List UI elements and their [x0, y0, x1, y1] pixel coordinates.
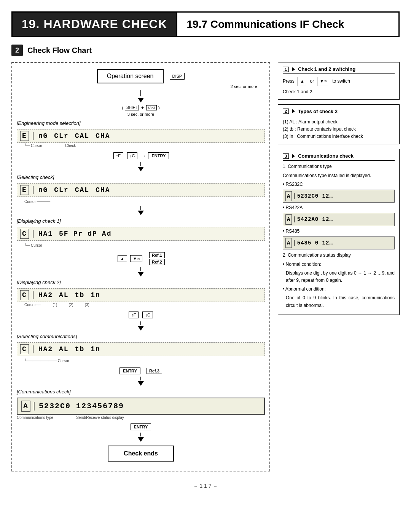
ref2-box: 2 Types of check 2 (1) AL : Alarm output…: [278, 104, 400, 145]
cursor5: └─────────── Cursor: [24, 359, 69, 363]
displaying-check2: [Displaying check 2]: [17, 280, 61, 285]
header-left: 19. HARDWARE CHECK: [13, 13, 176, 36]
disp-button: DISP: [170, 73, 185, 80]
ref3-rs232c-display: A │ 5232C0 12…: [283, 190, 395, 203]
cursor1: └─ Cursor: [24, 144, 42, 148]
ref3-status-title: 2. Communications status display: [283, 252, 395, 259]
section-title-text: Check Flow Chart: [27, 46, 92, 55]
section-title: 2 Check Flow Chart: [11, 45, 400, 56]
entry-btn2: ENTRY: [119, 367, 140, 374]
screen5: C │ HA2 AL tb in: [17, 342, 265, 356]
ref3-rs485-display: A │ 5485 0 12…: [283, 236, 395, 249]
ref3-badge: Ref.3: [147, 368, 162, 374]
ref3-rs422a-display: A │ 5422A0 12…: [283, 213, 395, 226]
ref3-abnormal-desc: One of 0 to 9 blinks. In this case, comm…: [286, 294, 395, 309]
ref3-rs232c-label: • RS232C: [283, 181, 395, 188]
ref-panel: 1 Check 1 and 2 switching Press ▲ or ▼% …: [278, 62, 400, 471]
ref2-title: 2 Types of check 2: [283, 109, 395, 116]
ref1-content: Press ▲ or ▼% to switch Check 1 and 2.: [283, 76, 395, 96]
check-ends-box: Check ends: [108, 446, 174, 462]
ref1-badge: Ref.1: [149, 252, 165, 258]
screen1: E │ nG CLr CAL CHA: [17, 129, 265, 143]
up-key: ▲: [118, 255, 127, 262]
ref2-item1: (1) AL : Alarm output check: [283, 118, 395, 126]
c-key2: ↓C: [142, 312, 153, 318]
ref2-item2: (2) tb : Remote contacts input check: [283, 126, 395, 133]
shift-key: SHIFT: [125, 105, 139, 110]
entry-btn3: ENTRY: [131, 423, 151, 430]
ref3-box: 3 Communications check 1. Communications…: [278, 149, 400, 315]
ref1-box: 1 Check 1 and 2 switching Press ▲ or ▼% …: [278, 62, 400, 100]
ref3-normal: • Normal condition:: [283, 261, 395, 268]
header-right: 19.7 Communications IF Check: [176, 13, 353, 36]
ref2-item3: (3) in : Communications interface check: [283, 133, 395, 140]
ref2-content: (1) AL : Alarm output check (2) tb : Rem…: [283, 118, 395, 141]
ref3-content: 1. Communications type Communications ty…: [283, 163, 395, 309]
comm-check: [Communications check]: [17, 389, 71, 395]
f-key2: ↑F: [129, 312, 139, 318]
screen2: E │ nG CLr CAL CHA: [17, 183, 265, 197]
ref1-pct-btn: ▼%: [317, 77, 329, 86]
screen3: C │ HA1 5F Pr dP Ad: [17, 227, 265, 241]
footer-text: － 1 1 7 －: [193, 483, 218, 489]
page-footer: － 1 1 7 －: [0, 483, 411, 490]
c-key: ↓C: [127, 152, 137, 159]
ref1-check12: Check 1 and 2.: [283, 88, 395, 96]
comm-type-label: Communications type: [17, 415, 53, 420]
ref1-or: or: [310, 78, 314, 85]
ref3-rs422a-label: • RS422A: [283, 204, 395, 211]
eng-mode-label: [Engineering mode selection]: [17, 120, 81, 126]
screen4: C │ HA2 AL tb in: [17, 288, 265, 302]
cursor4: Cursor──: [24, 303, 41, 307]
send-recv-label: Send/Receive status display: [76, 415, 124, 420]
dn-key: ▼%: [130, 255, 142, 262]
ref3-normal-desc: Displays one digit by one digit as 0 → 1…: [286, 270, 395, 284]
ref3-rs485-label: • RS485: [283, 228, 395, 235]
main-content: Operation screen DISP 2 sec. or more ( S…: [11, 62, 400, 471]
ref3-comm-type-title: 1. Communications type: [283, 163, 395, 170]
f-key: ↑F: [113, 152, 123, 159]
entry-btn1: ENTRY: [148, 152, 169, 159]
ref3-title: 3 Communications check: [283, 153, 395, 161]
arrow4: [138, 272, 144, 276]
ref2-title-text: Types of check 2: [298, 109, 338, 114]
ref1-up-btn: ▲: [298, 77, 307, 86]
ref1-num: 1: [283, 67, 289, 72]
ref1-title: 1 Check 1 and 2 switching: [283, 66, 395, 74]
section-num: 2: [11, 45, 23, 56]
page-header: 19. HARDWARE CHECK 19.7 Communications I…: [11, 11, 400, 37]
ref3-comm-desc: Communications type installed is display…: [283, 172, 395, 179]
shift-combo: ( SHIFT + 6A~Z ): [122, 105, 159, 110]
ref3-num: 3: [283, 153, 289, 159]
selecting-comm: [Selecting communications]: [17, 334, 77, 339]
arrow6: [138, 381, 144, 386]
arrow3: [138, 211, 144, 215]
cursor3: └─ Cursor: [24, 243, 42, 248]
ref2-badge: Ref.2: [149, 259, 165, 265]
ref2-num: 2: [283, 109, 289, 114]
arrow2: [138, 167, 144, 171]
az-key: 6A~Z: [146, 105, 157, 110]
check-label: Check: [65, 144, 76, 148]
operation-screen-box: Operation screen: [97, 69, 164, 83]
flow-panel: Operation screen DISP 2 sec. or more ( S…: [11, 62, 270, 471]
selecting-check: [Selecting check]: [17, 174, 54, 180]
sec3-note: 3 sec. or more: [127, 112, 154, 117]
ref1-press: Press: [283, 78, 295, 85]
ref3-title-text: Communications check: [298, 153, 354, 159]
ref1-title-text: Check 1 and 2 switching: [298, 66, 355, 72]
arrow5: [138, 326, 144, 331]
displaying-check1: [Displaying check 1]: [17, 218, 61, 224]
arrow1: [138, 98, 144, 102]
ref3-abnormal: • Abnormal condition:: [283, 286, 395, 293]
ref1-to-switch: to switch: [332, 78, 350, 85]
screen6: A │ 5232C0 123456789: [17, 398, 265, 415]
sec-note: 2 sec. or more: [231, 84, 257, 89]
cursor2: Cursor ─────: [24, 200, 50, 204]
arrow7: [138, 437, 144, 442]
